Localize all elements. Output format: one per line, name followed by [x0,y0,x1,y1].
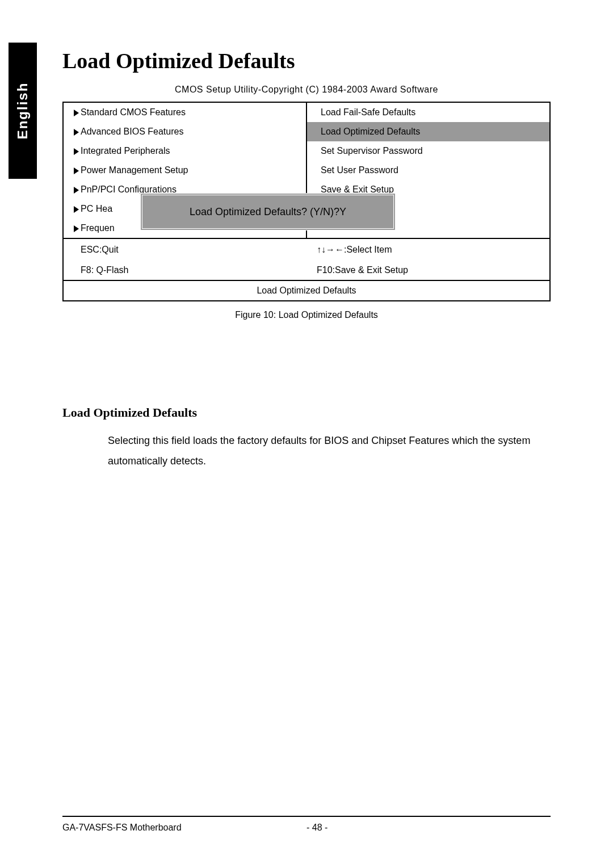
body-text: Selecting this field loads the factory d… [108,430,551,471]
hint-f10: F10:Save & Exit Setup [306,259,549,280]
menu-item-advanced-bios[interactable]: Advanced BIOS Features [64,122,306,141]
triangle-icon [74,206,79,213]
menu-item-load-failsafe[interactable]: Load Fail-Safe Defaults [306,103,549,122]
section-title: Load Optimized Defaults [62,405,551,420]
bios-setup-box: Standard CMOS Features Load Fail-Safe De… [62,102,551,301]
bios-status-bar: Load Optimized Defaults [64,280,549,300]
triangle-icon [74,167,79,174]
page-footer: GA-7VASFS-FS Motherboard - 48 - [62,816,551,833]
triangle-icon [74,187,79,194]
language-label: English [15,82,31,140]
footer-page-number: - 48 - [306,823,551,833]
page-title: Load Optimized Defaults [62,48,551,73]
figure-caption: Figure 10: Load Optimized Defaults [62,310,551,320]
confirm-dialog[interactable]: Load Optimized Defaults? (Y/N)?Y [140,193,396,230]
menu-item-supervisor-password[interactable]: Set Supervisor Password [306,141,549,161]
hint-f8: F8: Q-Flash [64,259,306,280]
page-content: Load Optimized Defaults CMOS Setup Utili… [62,48,551,471]
dialog-text: Load Optimized Defaults? (Y/N)?Y [190,206,346,218]
footer-product: GA-7VASFS-FS Motherboard [62,823,306,833]
menu-item-load-optimized[interactable]: Load Optimized Defaults [306,122,549,141]
hint-select: ↑↓→←:Select Item [306,238,549,259]
triangle-icon [74,110,79,116]
menu-item-user-password[interactable]: Set User Password [306,161,549,180]
triangle-icon [74,225,79,232]
bios-header-caption: CMOS Setup Utility-Copyright (C) 1984-20… [62,85,551,95]
triangle-icon [74,129,79,136]
menu-item-integrated-peripherals[interactable]: Integrated Peripherals [64,141,306,161]
language-tab: English [9,43,37,179]
triangle-icon [74,148,79,155]
menu-item-standard-cmos[interactable]: Standard CMOS Features [64,103,306,122]
hint-esc: ESC:Quit [64,238,306,259]
menu-item-power-management[interactable]: Power Management Setup [64,161,306,180]
